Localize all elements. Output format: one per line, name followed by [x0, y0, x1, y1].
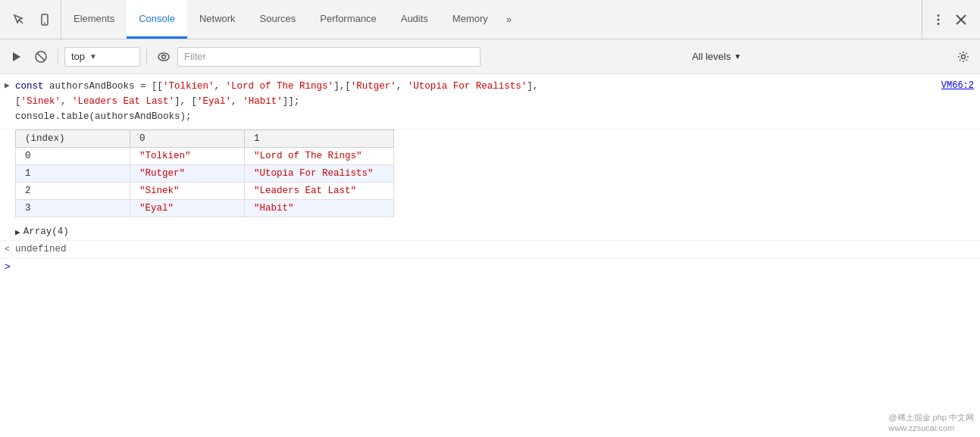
gt-symbol: >	[0, 261, 15, 273]
inspect-element-button[interactable]	[9, 10, 29, 30]
cell-col0: "Rutger"	[130, 165, 245, 183]
svg-marker-8	[13, 52, 20, 61]
context-selector[interactable]: top ▼	[64, 47, 140, 67]
code-text: const authorsAndBooks = [['Tolkien', 'Lo…	[15, 79, 980, 124]
cell-col1: "Lord of The Rings"	[245, 148, 394, 165]
tab-audits[interactable]: Audits	[389, 0, 440, 39]
cell-col0: "Tolkien"	[130, 148, 245, 165]
tab-elements[interactable]: Elements	[61, 0, 127, 39]
cell-index: 0	[16, 148, 130, 165]
str-tolkien: 'Tolkien'	[163, 81, 214, 92]
table-row: 1"Rutger""Utopia For Realists"	[16, 165, 394, 183]
keyword-const: const	[15, 81, 49, 92]
lt-symbol: <	[0, 245, 15, 254]
cell-index: 2	[16, 183, 130, 200]
str-habit: 'Habit'	[243, 96, 283, 107]
str-rutger: 'Rutger'	[351, 81, 396, 92]
console-content: ▶ const authorsAndBooks = [['Tolkien', '…	[0, 74, 980, 437]
levels-arrow: ▼	[734, 52, 741, 61]
input-prompt-line: >	[0, 258, 980, 276]
execute-button[interactable]	[6, 46, 27, 67]
tab-network[interactable]: Network	[187, 0, 248, 39]
more-tabs-button[interactable]: »	[500, 0, 518, 39]
str-eyal: 'Eyal'	[197, 96, 231, 107]
table-row: 3"Eyal""Habit"	[16, 200, 394, 217]
var-name: authorsAndBooks	[49, 81, 135, 92]
cell-index: 1	[16, 165, 130, 183]
console-table: (index) 0 1 0"Tolkien""Lord of The Rings…	[15, 130, 394, 217]
col-header-index: (index)	[16, 130, 130, 148]
svg-point-12	[162, 55, 166, 58]
cell-col1: "Utopia For Realists"	[245, 165, 394, 183]
code-line-2: ['Sinek', 'Leaders Eat Last'], ['Eyal', …	[15, 94, 974, 109]
filter-input[interactable]	[178, 51, 480, 62]
str-utopia: 'Utopia For Realists'	[408, 81, 528, 92]
svg-point-4	[938, 18, 940, 20]
console-toolbar: top ▼ All levels ▼	[0, 39, 980, 74]
hide-network-button[interactable]	[153, 46, 174, 67]
levels-selector[interactable]: All levels ▼	[686, 47, 747, 67]
cell-col0: "Eyal"	[130, 200, 245, 217]
code-line-3: console.table(authorsAndBooks);	[15, 109, 974, 124]
col-header-0: 0	[130, 130, 245, 148]
watermark: @稀土掘金 php 中文网www.zzsucai.com	[888, 412, 974, 432]
svg-line-10	[37, 53, 45, 61]
console-settings-button[interactable]	[953, 46, 974, 67]
cell-col0: "Sinek"	[130, 183, 245, 200]
devtools-menu-button[interactable]	[928, 10, 948, 30]
vm-ref[interactable]: VM66:2	[941, 79, 974, 93]
array-tri: ▶	[15, 227, 20, 237]
svg-point-11	[158, 53, 169, 61]
str-sinek: 'Sinek'	[21, 96, 61, 107]
console-input[interactable]	[15, 262, 980, 273]
str-leaders: 'Leaders Eat Last'	[72, 96, 174, 107]
filter-section	[177, 47, 481, 67]
col-header-1: 1	[245, 130, 394, 148]
tab-performance[interactable]: Performance	[308, 0, 388, 39]
tab-sources[interactable]: Sources	[248, 0, 308, 39]
device-toolbar-button[interactable]	[35, 10, 55, 30]
code-line-1: const authorsAndBooks = [['Tolkien', 'Lo…	[15, 79, 974, 94]
svg-line-0	[19, 20, 23, 23]
close-devtools-button[interactable]	[951, 10, 971, 30]
tab-memory[interactable]: Memory	[440, 0, 500, 39]
tab-end-icons	[922, 0, 977, 39]
table-output: (index) 0 1 0"Tolkien""Lord of The Rings…	[0, 130, 980, 223]
clear-console-button[interactable]	[30, 46, 52, 67]
tab-bar: Elements Console Network Sources Perform…	[0, 0, 980, 39]
expand-chevron[interactable]: ▶	[0, 79, 15, 90]
code-entry: ▶ const authorsAndBooks = [['Tolkien', '…	[0, 74, 980, 130]
devtools-icons	[3, 0, 61, 39]
array-label: Array(4)	[23, 226, 69, 237]
context-dropdown-arrow: ▼	[89, 52, 97, 61]
undefined-text: undefined	[15, 244, 67, 254]
svg-point-5	[938, 23, 940, 25]
main-tabs: Elements Console Network Sources Perform…	[61, 0, 922, 39]
svg-point-3	[938, 14, 940, 17]
table-row: 0"Tolkien""Lord of The Rings"	[16, 148, 394, 165]
toolbar-divider2	[146, 49, 147, 64]
array-summary[interactable]: ▶ Array(4)	[0, 223, 980, 240]
svg-point-13	[961, 55, 965, 58]
tab-console[interactable]: Console	[127, 0, 187, 39]
str-lotr: 'Lord of The Rings'	[226, 81, 334, 92]
table-header-row: (index) 0 1	[16, 130, 394, 148]
toolbar-divider	[58, 49, 58, 64]
table-row: 2"Sinek""Leaders Eat Last"	[16, 183, 394, 200]
cell-index: 3	[16, 200, 130, 217]
cell-col1: "Leaders Eat Last"	[245, 183, 394, 200]
undefined-line: < undefined	[0, 240, 980, 258]
cell-col1: "Habit"	[245, 200, 394, 217]
